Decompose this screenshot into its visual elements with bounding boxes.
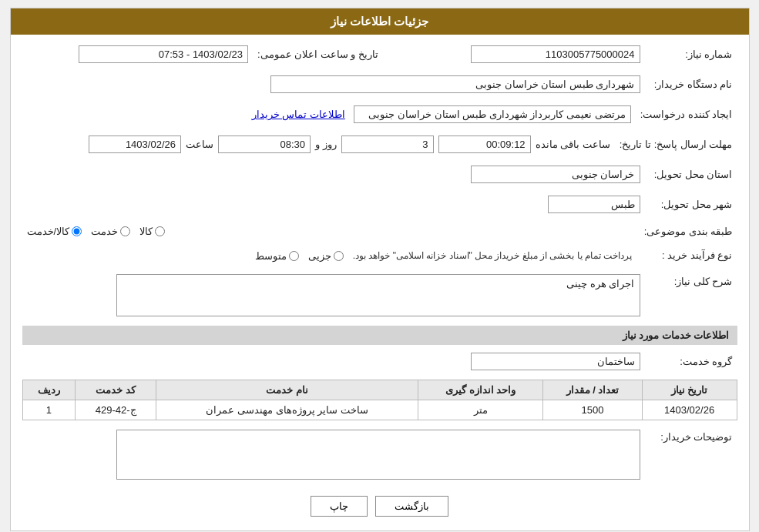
- table-row: 1403/02/261500مترساخت سایر پروژه‌های مهن…: [22, 400, 737, 420]
- value-date: 1403/02/26: [89, 136, 181, 153]
- info-table-gorooh: گروه خدمت: ساختمان: [22, 350, 737, 373]
- main-content: شماره نیاز: 1103005775000024 تاریخ و ساع…: [11, 35, 749, 530]
- col-tedad: تعداد / مقدار: [543, 380, 642, 400]
- label-tabaqe: طبقه بندی موضوعی:: [640, 223, 737, 240]
- service-table: تاریخ نیاز تعداد / مقدار واحد اندازه گیر…: [22, 380, 737, 420]
- info-table-row3: ایجاد کننده درخواست: مرتضی نعیمی کاربردا…: [22, 102, 737, 126]
- info-table-sharh: شرح کلی نیاز: اجرای هره چینی: [22, 271, 737, 320]
- page-title: جزئیات اطلاعات نیاز: [11, 8, 749, 35]
- value-saat: 08:30: [218, 136, 311, 153]
- radio-kala-khedmat-label: کالا/خدمت: [27, 226, 70, 237]
- label-rooz-va: روز و: [315, 139, 337, 150]
- col-nam-khedmat: نام خدمت: [156, 380, 418, 400]
- label-mohlat: مهلت ارسال پاسخ: تا تاریخ:: [615, 132, 737, 156]
- sharh-text: اجرای هره چینی: [566, 278, 634, 289]
- label-ijad: ایجاد کننده درخواست:: [636, 102, 737, 126]
- label-sharh: شرح کلی نیاز:: [645, 271, 737, 320]
- label-ostan: استان محل تحویل:: [645, 162, 737, 186]
- value-ostan: خراسان جنوبی: [471, 166, 640, 183]
- label-shomara: شماره نیاز:: [645, 42, 737, 66]
- col-radif: ردیف: [22, 380, 76, 400]
- value-shahr: طبس: [548, 196, 640, 213]
- radio-motavasset-input[interactable]: [289, 251, 299, 261]
- notice-farayand: پرداخت تمام یا بخشی از مبلغ خریداز محل "…: [353, 250, 633, 261]
- radio-motavasset-label: متوسط: [255, 250, 287, 262]
- info-table-row8: نوع فرآیند خرید : متوسط جزیی پرداخت تمام…: [22, 246, 737, 265]
- button-row: بازگشت چاپ: [22, 496, 737, 517]
- label-saat-baqi: ساعت باقی مانده: [536, 139, 610, 150]
- cell-nam_khedmat: ساخت سایر پروژه‌های مهندسی عمران: [156, 400, 418, 420]
- page-wrapper: جزئیات اطلاعات نیاز شماره نیاز: 11030057…: [10, 8, 750, 531]
- radio-item-kala[interactable]: کالا: [139, 226, 165, 237]
- value-tarikh: 1403/02/23 - 07:53: [79, 45, 248, 63]
- cell-tarikh: 1403/02/26: [642, 400, 737, 420]
- section-khadamat: اطلاعات خدمات مورد نیاز: [22, 326, 737, 345]
- label-nam-dastgah: نام دستگاه خریدار:: [645, 72, 737, 96]
- value-ijad: مرتضی نعیمی کاربرداز شهرداری طبس استان خ…: [354, 105, 631, 123]
- radio-item-jozii[interactable]: جزیی: [308, 250, 344, 262]
- radio-khedmat-label: خدمت: [91, 226, 118, 237]
- value-sharh: اجرای هره چینی: [116, 274, 640, 316]
- info-table-row7: طبقه بندی موضوعی: کالا/خدمت خدمت کالا: [22, 223, 737, 240]
- col-vahed: واحد اندازه گیری: [418, 380, 543, 400]
- value-gorooh: ساختمان: [471, 353, 640, 370]
- col-kod-khedmat: کد خدمت: [76, 380, 156, 400]
- info-table-row2: نام دستگاه خریدار: شهرداری طبس استان خرا…: [22, 72, 737, 96]
- radio-kala-label: کالا: [139, 226, 153, 237]
- label-saat: ساعت: [186, 139, 213, 150]
- radio-jozii-label: جزیی: [308, 250, 331, 262]
- cell-kod_khedmat: ج-42-429: [76, 400, 156, 420]
- btn-chap[interactable]: چاپ: [311, 496, 368, 517]
- cell-tedad: 1500: [543, 400, 642, 420]
- col-tarikh: تاریخ نیاز: [642, 380, 737, 400]
- info-table-row5: استان محل تحویل: خراسان جنوبی: [22, 162, 737, 186]
- value-nam-dastgah: شهرداری طبس استان خراسان جنوبی: [270, 75, 640, 93]
- btn-bazgasht[interactable]: بازگشت: [375, 496, 448, 517]
- label-tawzih: توضیحات خریدار:: [645, 427, 737, 485]
- radio-kala-khedmat-input[interactable]: [72, 226, 82, 236]
- radio-item-kala-khedmat[interactable]: کالا/خدمت: [27, 226, 82, 237]
- label-nooe-farayand: نوع فرآیند خرید :: [645, 246, 737, 265]
- radio-khedmat-input[interactable]: [120, 226, 130, 236]
- cell-radif: 1: [22, 400, 76, 420]
- label-tarikh: تاریخ و ساعت اعلان عمومی:: [253, 42, 383, 66]
- radio-item-motavasset[interactable]: متوسط: [255, 250, 299, 262]
- info-table-tawzih: توضیحات خریدار:: [22, 427, 737, 485]
- radio-item-khedmat[interactable]: خدمت: [91, 226, 130, 237]
- value-baqi: 00:09:12: [438, 136, 531, 153]
- cell-vahed: متر: [418, 400, 543, 420]
- radio-kala-input[interactable]: [155, 226, 165, 236]
- info-table-row4: مهلت ارسال پاسخ: تا تاریخ: 1403/02/26 سا…: [22, 132, 737, 156]
- radio-jozii-input[interactable]: [334, 251, 344, 261]
- value-shomara: 1103005775000024: [471, 45, 640, 63]
- info-table-row1: شماره نیاز: 1103005775000024 تاریخ و ساع…: [22, 42, 737, 66]
- label-shahr: شهر محل تحویل:: [645, 192, 737, 216]
- value-rooz: 3: [341, 136, 434, 153]
- textarea-tawzih[interactable]: [116, 430, 640, 480]
- link-ittila[interactable]: اطلاعات تماس خریدار: [252, 109, 345, 120]
- info-table-row6: شهر محل تحویل: طبس: [22, 192, 737, 216]
- label-gorooh: گروه خدمت:: [645, 350, 737, 373]
